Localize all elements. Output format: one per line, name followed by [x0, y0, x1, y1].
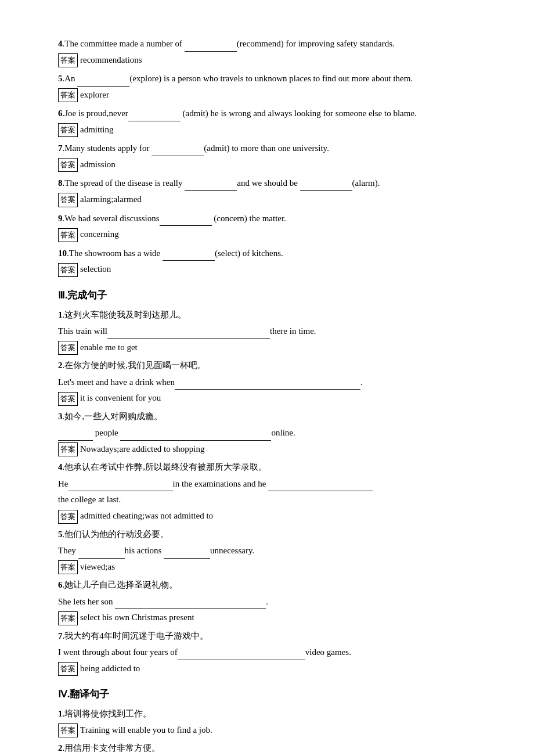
s3-q6: 6.她让儿子自己选择圣诞礼物。 She lets her son . 答案sel… — [58, 578, 476, 625]
s3-q7-blank — [178, 645, 305, 660]
q5-blank — [77, 71, 129, 87]
answer-badge-s3q5: 答案 — [58, 560, 78, 574]
s3-q4-num: 4 — [58, 462, 63, 471]
q8-text-before: .The spread of the disease is really — [63, 178, 185, 188]
s3-q5-they: They — [58, 546, 78, 555]
s3-q2-blank — [175, 375, 360, 390]
q7-text-after: to more than one university. — [229, 143, 329, 153]
q10-blank — [163, 246, 215, 261]
s3-q1-eng-before: This train will — [58, 326, 107, 336]
q7-answer: admission — [80, 160, 116, 169]
s3-q6-answer: select his own Christmas present — [80, 613, 194, 622]
s3-q5-num: 5 — [58, 530, 63, 539]
q4-hint: (recommend) — [237, 39, 284, 48]
s3-q7-answer-line: 答案being addicted to — [58, 661, 476, 676]
answer-badge-s4q1: 答案 — [58, 723, 78, 737]
question-7: 7.Many students apply for (admit) to mor… — [58, 141, 476, 172]
s3-q4: 4.他承认在考试中作弊,所以最终没有被那所大学录取。 He in the exa… — [58, 460, 476, 523]
s3-q4-blank2 — [268, 476, 373, 492]
s3-q5-answer-line: 答案viewed;as — [58, 560, 476, 575]
s3-q3-blank1 — [58, 425, 93, 441]
s3-q1-chinese: .这列火车能使我及时到达那儿。 — [63, 310, 187, 319]
s3-q4-chinese: .他承认在考试中作弊,所以最终没有被那所大学录取。 — [63, 462, 268, 471]
s3-q1: 1.这列火车能使我及时到达那儿。 This train will there i… — [58, 308, 476, 355]
q8-answer: alarming;alarmed — [80, 195, 142, 204]
s3-q7-eng-before: I went through about four years of — [58, 647, 178, 657]
q10-text-after: of kitchens. — [240, 249, 283, 258]
answer-badge-q4: 答案 — [58, 53, 78, 67]
q5-answer: explorer — [80, 90, 109, 99]
s3-q6-eng-before: She lets her son — [58, 597, 115, 606]
answer-badge-q7: 答案 — [58, 158, 78, 172]
s3-q6-eng-after: . — [266, 597, 268, 606]
s3-q5-answer: viewed;as — [80, 562, 115, 571]
section3-title: Ⅲ.完成句子 — [58, 287, 476, 304]
q7-hint: (admit) — [204, 143, 229, 153]
q5-text-before: .An — [63, 74, 78, 83]
s3-q4-answer: admitted cheating;was not admitted to — [80, 511, 213, 520]
q9-answer-line: 答案concerning — [58, 227, 476, 242]
answer-badge-q6: 答案 — [58, 123, 78, 137]
q7-blank — [151, 141, 204, 156]
q8-blank1 — [185, 175, 237, 191]
q10-text-before: .The showroom has a wide — [67, 249, 163, 258]
s3-q2-eng-after: . — [360, 377, 363, 387]
s3-q4-answer-line: 答案admitted cheating;was not admitted to — [58, 509, 476, 524]
s3-q4-eng-mid: in the examinations and he — [173, 479, 269, 488]
q5-hint: (explore) — [129, 74, 161, 83]
s3-q4-eng-after: the college at last. — [58, 495, 121, 504]
s3-q1-answer: enable me to get — [80, 343, 138, 352]
s4-q1-chinese: .培训将使你找到工作。 — [63, 709, 152, 718]
q10-answer: selection — [80, 264, 111, 273]
s3-q6-answer-line: 答案select his own Christmas present — [58, 610, 476, 625]
q4-answer: recommendations — [80, 55, 142, 64]
q7-answer-line: 答案admission — [58, 157, 476, 172]
answer-badge-s3q7: 答案 — [58, 662, 78, 676]
q10-answer-line: 答案selection — [58, 262, 476, 277]
s3-q5: 5.他们认为他的行动没必要。 They his actions unnecess… — [58, 527, 476, 575]
q9-hint: (concern) — [212, 214, 247, 223]
s3-q2-num: 2 — [58, 361, 63, 370]
question-4: 4.The committee made a number of (recomm… — [58, 36, 476, 67]
q4-text-before: .The committee made a number of — [63, 39, 185, 48]
q10-number: 10 — [58, 249, 67, 258]
q6-number: 6 — [58, 109, 63, 118]
s3-q5-eng-after: unnecessary. — [210, 546, 254, 555]
question-5: 5.An (explore) is a person who travels t… — [58, 71, 476, 102]
q8-hint: (alarm). — [352, 178, 380, 188]
q6-answer-line: 答案admitting — [58, 123, 476, 138]
question-9: 9.We had several discussions (concern) t… — [58, 211, 476, 242]
s3-q7-num: 7 — [58, 631, 63, 640]
q9-answer: concerning — [80, 229, 119, 239]
answer-badge-q8: 答案 — [58, 193, 78, 207]
s3-q7-answer: being addicted to — [80, 664, 140, 673]
s4-q2: 2.用信用卡支付非常方便。 答案It is very convenient to… — [58, 741, 476, 756]
q9-text-before: .We had several discussions — [63, 214, 160, 223]
s3-q7: 7.我大约有4年时间沉迷于电子游戏中。 I went through about… — [58, 629, 476, 676]
s4-q1-answer-line: 答案Training will enable you to find a job… — [58, 723, 476, 738]
q7-number: 7 — [58, 143, 63, 153]
q9-blank — [160, 211, 212, 226]
q6-blank — [128, 106, 181, 121]
q5-answer-line: 答案explorer — [58, 88, 476, 103]
s3-q1-blank — [107, 323, 270, 339]
q10-hint: (select) — [215, 249, 240, 258]
s3-q3: 3.如今,一些人对网购成瘾。 people online. 答案Nowadays… — [58, 409, 476, 457]
answer-badge-q10: 答案 — [58, 263, 78, 277]
s3-q2: 2.在你方便的时候,我们见面喝一杯吧。 Let's meet and have … — [58, 358, 476, 406]
s3-q2-answer-line: 答案it is convenient for you — [58, 391, 476, 406]
s3-q6-chinese: .她让儿子自己选择圣诞礼物。 — [63, 580, 178, 589]
question-10: 10.The showroom has a wide (select) of k… — [58, 246, 476, 277]
s3-q2-eng-before: Let's meet and have a drink when — [58, 377, 175, 387]
answer-badge-s3q6: 答案 — [58, 611, 78, 625]
q6-hint: (admit) — [181, 109, 208, 118]
s3-q3-answer-line: 答案Nowadays;are addicted to shopping — [58, 442, 476, 457]
s3-q7-chinese: .我大约有4年时间沉迷于电子游戏中。 — [63, 631, 208, 640]
q6-answer: admitting — [80, 125, 114, 134]
s4-q2-num: 2 — [58, 743, 63, 753]
s3-q1-num: 1 — [58, 310, 63, 319]
question-6: 6.Joe is proud,never (admit) he is wrong… — [58, 106, 476, 137]
s3-q3-num: 3 — [58, 412, 63, 421]
s3-q3-eng-after: online. — [271, 428, 295, 437]
s3-q3-chinese: .如今,一些人对网购成瘾。 — [63, 412, 163, 421]
